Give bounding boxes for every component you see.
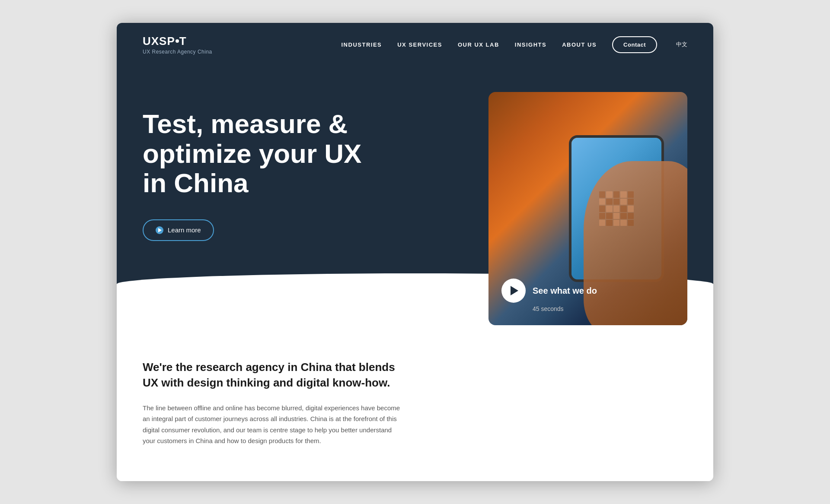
hero-title: Test, measure & optimize your UX in Chin… [143,109,385,198]
nav-item-ux-services[interactable]: UX SERVICES [397,41,442,48]
nav-item-about-us[interactable]: ABOUT US [562,41,597,48]
logo-text: UXSPT [143,35,212,48]
nav-item-insights[interactable]: INSIGHTS [515,41,546,48]
hero-media-background: See what we do 45 seconds [488,92,687,325]
learn-more-button[interactable]: Learn more [143,219,214,241]
content-headline: We're the research agency in China that … [143,360,402,390]
see-what-label: See what we do [533,286,597,296]
contact-button[interactable]: Contact [612,36,657,53]
logo-dot [176,39,179,43]
video-controls-row: See what we do [501,279,597,303]
hero-media: See what we do 45 seconds [488,92,687,325]
language-switcher[interactable]: 中文 [676,41,687,48]
video-controls: See what we do 45 seconds [501,279,597,312]
play-button[interactable] [501,279,526,303]
logo[interactable]: UXSPT UX Research Agency China [143,35,212,55]
logo-subtitle: UX Research Agency China [143,49,212,55]
content-section: We're the research agency in China that … [117,325,713,481]
learn-more-label: Learn more [168,226,201,234]
nav-links: INDUSTRIES UX SERVICES OUR UX LAB INSIGH… [342,36,688,53]
play-icon [156,226,163,234]
navbar: UXSPT UX Research Agency China INDUSTRIE… [117,23,713,66]
hero-content: Test, measure & optimize your UX in Chin… [143,101,385,241]
hero-section: Test, measure & optimize your UX in Chin… [117,66,713,325]
nav-item-industries[interactable]: INDUSTRIES [342,41,382,48]
content-left: We're the research agency in China that … [143,360,402,446]
content-body: The line between offline and online has … [143,403,402,447]
nav-item-our-ux-lab[interactable]: OUR UX LAB [458,41,499,48]
video-duration: 45 seconds [533,305,597,312]
hand-image [584,161,687,325]
browser-window: UXSPT UX Research Agency China INDUSTRIE… [117,23,713,481]
